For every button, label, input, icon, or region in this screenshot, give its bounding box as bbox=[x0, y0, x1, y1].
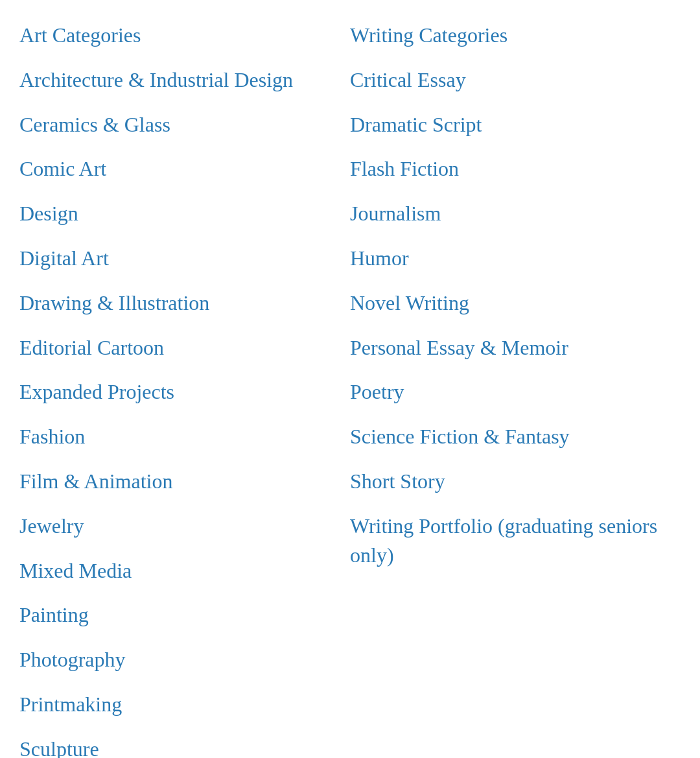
left-item-printmaking[interactable]: Printmaking bbox=[19, 682, 350, 727]
left-column: Art CategoriesArchitecture & Industrial … bbox=[19, 13, 350, 758]
left-item-jewelry[interactable]: Jewelry bbox=[19, 504, 350, 549]
right-item-humor[interactable]: Humor bbox=[350, 236, 681, 281]
right-item-writing-categories: Writing Categories bbox=[350, 13, 681, 58]
categories-layout: Art CategoriesArchitecture & Industrial … bbox=[19, 13, 681, 758]
left-item-art-categories: Art Categories bbox=[19, 13, 350, 58]
right-item-novel-writing[interactable]: Novel Writing bbox=[350, 281, 681, 326]
left-item-digital-art[interactable]: Digital Art bbox=[19, 236, 350, 281]
left-item-architecture-industrial-design[interactable]: Architecture & Industrial Design bbox=[19, 58, 350, 102]
left-item-design[interactable]: Design bbox=[19, 191, 350, 236]
left-item-drawing-illustration[interactable]: Drawing & Illustration bbox=[19, 281, 350, 326]
left-item-expanded-projects[interactable]: Expanded Projects bbox=[19, 370, 350, 414]
left-item-photography[interactable]: Photography bbox=[19, 637, 350, 682]
left-item-sculpture[interactable]: Sculpture bbox=[19, 727, 350, 758]
left-item-painting[interactable]: Painting bbox=[19, 593, 350, 637]
right-item-science-fiction-fantasy[interactable]: Science Fiction & Fantasy bbox=[350, 414, 681, 459]
right-item-personal-essay-memoir[interactable]: Personal Essay & Memoir bbox=[350, 326, 681, 370]
right-item-short-story[interactable]: Short Story bbox=[350, 459, 681, 504]
right-item-poetry[interactable]: Poetry bbox=[350, 370, 681, 414]
right-column: Writing CategoriesCritical EssayDramatic… bbox=[350, 13, 681, 758]
right-item-writing-portfolio[interactable]: Writing Portfolio (graduating seniors on… bbox=[350, 504, 681, 578]
right-item-dramatic-script[interactable]: Dramatic Script bbox=[350, 102, 681, 147]
right-item-critical-essay[interactable]: Critical Essay bbox=[350, 58, 681, 102]
right-item-journalism[interactable]: Journalism bbox=[350, 191, 681, 236]
left-item-comic-art[interactable]: Comic Art bbox=[19, 147, 350, 191]
left-item-editorial-cartoon[interactable]: Editorial Cartoon bbox=[19, 326, 350, 370]
left-item-mixed-media[interactable]: Mixed Media bbox=[19, 549, 350, 593]
left-item-film-animation[interactable]: Film & Animation bbox=[19, 459, 350, 504]
right-item-flash-fiction[interactable]: Flash Fiction bbox=[350, 147, 681, 191]
left-item-ceramics-glass[interactable]: Ceramics & Glass bbox=[19, 102, 350, 147]
left-item-fashion[interactable]: Fashion bbox=[19, 414, 350, 459]
